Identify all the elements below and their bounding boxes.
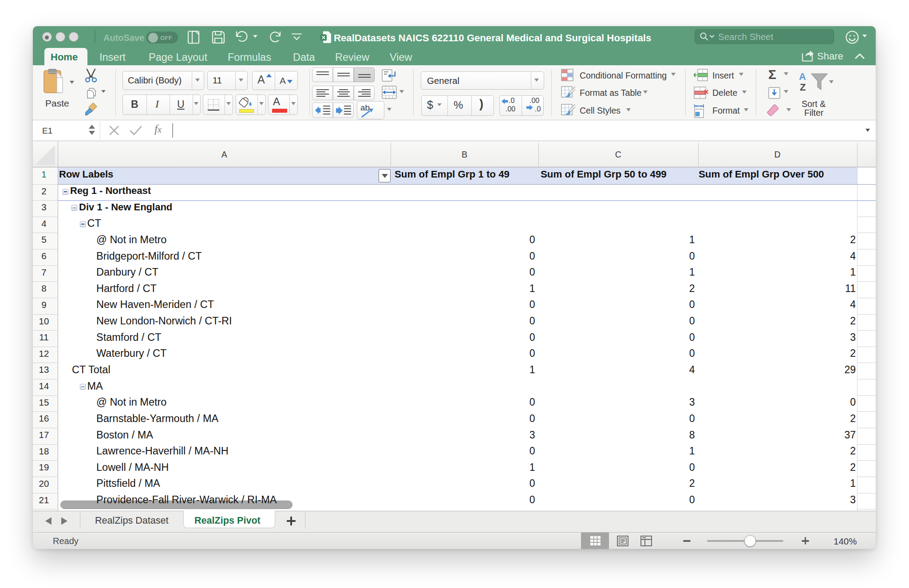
svg-text:Z: Z (800, 82, 806, 93)
svg-text:A: A (799, 71, 806, 82)
